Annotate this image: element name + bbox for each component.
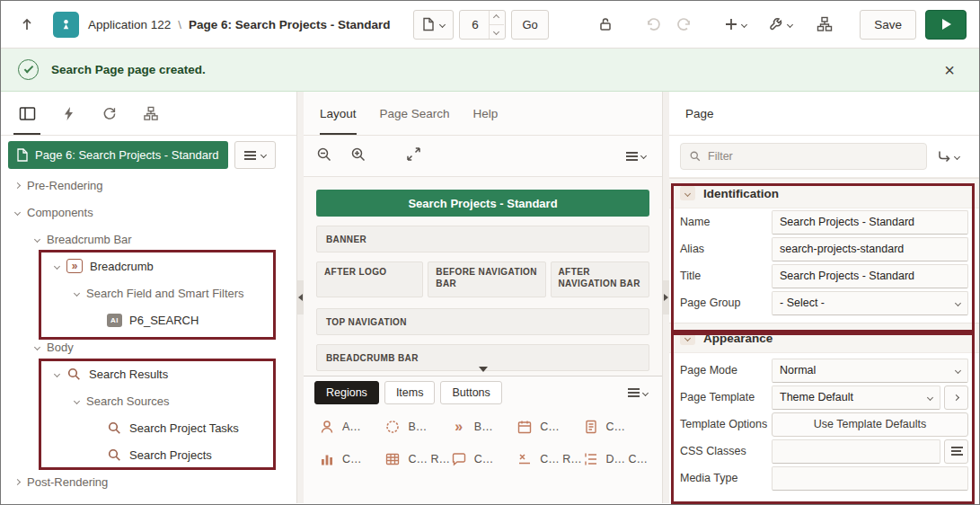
css-classes-input[interactable] — [772, 439, 940, 464]
quick-pick-button[interactable] — [944, 385, 968, 410]
property-row-media-type: Media Type — [669, 465, 979, 492]
tab-dynamic-actions[interactable] — [48, 92, 89, 135]
tree-item-breadcrumb[interactable]: » Breadcrumb — [1, 252, 296, 279]
page-icon — [422, 17, 435, 31]
zoom-in-icon[interactable] — [350, 146, 366, 166]
section-identification[interactable]: Identification — [669, 178, 979, 208]
canvas-region-after-logo[interactable]: AFTER LOGO — [316, 261, 423, 297]
gallery-tab-buttons[interactable]: Buttons — [440, 381, 501, 404]
canvas-page-title[interactable]: Search Projects - Standard — [316, 190, 649, 217]
stepper-down-icon[interactable] — [490, 25, 504, 39]
tab-page-shared-components[interactable] — [130, 92, 172, 135]
tree-item-breadcrumb-bar[interactable]: Breadcrumb Bar — [1, 226, 296, 252]
tab-processing[interactable] — [89, 92, 130, 135]
page-picker-button[interactable] — [413, 10, 454, 40]
filter-field[interactable] — [680, 143, 927, 170]
tree-item-search-projects[interactable]: Search Projects — [1, 441, 296, 468]
use-template-defaults-button[interactable]: Use Template Defaults — [772, 412, 968, 437]
collapse-section-icon[interactable] — [680, 186, 695, 200]
application-icon[interactable] — [53, 12, 79, 38]
chevron-down-icon[interactable] — [74, 397, 80, 403]
canvas-region-after-navigation-bar[interactable]: AFTER NAVIGATION BAR — [551, 261, 650, 297]
expand-icon[interactable] — [406, 146, 421, 165]
collapse-left-icon[interactable] — [297, 280, 304, 315]
chevron-down-icon[interactable] — [14, 208, 21, 215]
layout-menu-button[interactable] — [622, 141, 649, 171]
right-splitter[interactable] — [663, 92, 669, 503]
tree-item-pre-rendering[interactable]: Pre-Rendering — [1, 172, 296, 199]
undo-icon[interactable] — [639, 10, 666, 40]
chevron-down-icon[interactable] — [74, 289, 80, 296]
utilities-menu-button[interactable] — [766, 10, 793, 40]
chevron-down-icon[interactable] — [54, 370, 60, 377]
close-icon[interactable]: × — [937, 58, 962, 83]
save-button[interactable]: Save — [860, 10, 916, 40]
page-number-stepper[interactable] — [489, 11, 504, 39]
tab-page-properties[interactable]: Page — [685, 107, 714, 120]
chevron-down-icon[interactable] — [34, 343, 40, 350]
page-template-select[interactable]: Theme Default — [772, 385, 940, 410]
chevron-down-icon[interactable] — [54, 262, 60, 269]
tree-item-search-results[interactable]: Search Results — [1, 360, 296, 387]
section-appearance[interactable]: Appearance — [669, 323, 979, 353]
gallery-item-calendar[interactable]: C… — [516, 418, 581, 436]
zoom-out-icon[interactable] — [316, 146, 332, 166]
page-group-select[interactable]: - Select - — [772, 291, 968, 315]
edit-list-button[interactable] — [944, 439, 968, 464]
canvas-region-banner[interactable]: BANNER — [316, 226, 649, 252]
gallery-item-avatar[interactable]: A… — [318, 418, 384, 436]
alias-input[interactable] — [772, 237, 968, 261]
breadcrumb-application[interactable]: Application 122 — [88, 18, 171, 31]
lock-icon[interactable] — [592, 10, 619, 40]
gallery-item-column-toggle-report[interactable]: C… R… — [516, 450, 581, 468]
page-number-input[interactable] — [462, 11, 489, 39]
tab-page-search[interactable]: Page Search — [380, 92, 450, 135]
page-node-menu-button[interactable] — [234, 141, 276, 169]
tab-rendering[interactable] — [6, 92, 48, 135]
tree-item-post-rendering[interactable]: Post-Rendering — [1, 468, 296, 495]
tree-selected-page-node[interactable]: Page 6: Search Projects - Standard — [8, 141, 228, 169]
collapse-section-icon[interactable] — [680, 331, 695, 345]
gallery-tab-regions[interactable]: Regions — [314, 381, 379, 404]
go-to-group-button[interactable] — [927, 149, 968, 164]
gallery-item-breadcrumb[interactable]: » B… — [450, 418, 516, 436]
gallery-item-chart[interactable]: C… — [318, 450, 384, 468]
stepper-up-icon[interactable] — [490, 11, 504, 25]
tab-layout[interactable]: Layout — [320, 92, 357, 135]
tree-item-p6-search[interactable]: AI P6_SEARCH — [1, 306, 296, 333]
page-mode-select[interactable]: Normal — [772, 359, 968, 383]
gallery-item-classic-report[interactable]: C… R… — [384, 450, 449, 468]
run-button[interactable] — [925, 10, 967, 40]
gallery-menu-button[interactable] — [624, 378, 651, 408]
chevron-down-icon[interactable] — [34, 235, 40, 242]
success-message: Search Page page created. — [51, 63, 206, 76]
left-splitter[interactable] — [297, 92, 304, 503]
gallery-item-cards[interactable]: C… — [582, 418, 648, 436]
gallery-item-dynamic-content[interactable]: D… C… — [582, 450, 648, 468]
canvas-region-top-navigation[interactable]: TOP NAVIGATION — [316, 308, 649, 335]
gallery-tab-items[interactable]: Items — [384, 381, 436, 404]
chevron-right-icon[interactable] — [14, 182, 21, 188]
collapse-right-icon[interactable] — [663, 280, 669, 315]
create-menu-button[interactable] — [721, 10, 748, 40]
tree-item-search-project-tasks[interactable]: Search Project Tasks — [1, 414, 296, 441]
canvas-region-before-navigation-bar[interactable]: BEFORE NAVIGATION BAR — [428, 261, 545, 297]
filter-input[interactable] — [708, 150, 918, 163]
back-arrow-icon[interactable] — [13, 10, 40, 40]
canvas-splitter-arrow-icon[interactable] — [479, 367, 488, 372]
tree-item-body[interactable]: Body — [1, 333, 296, 360]
redo-icon[interactable] — [671, 10, 698, 40]
avatar-icon — [318, 418, 336, 436]
gallery-item-badge[interactable]: B… — [384, 418, 449, 436]
media-type-input[interactable] — [772, 466, 968, 491]
name-input[interactable] — [772, 210, 968, 235]
tab-help[interactable]: Help — [473, 92, 499, 135]
go-button[interactable]: Go — [511, 10, 548, 40]
shared-components-icon[interactable] — [811, 10, 838, 40]
tree-item-search-field-smart-filters[interactable]: Search Field and Smart Filters — [1, 279, 296, 306]
chevron-right-icon[interactable] — [14, 478, 21, 484]
tree-item-search-sources[interactable]: Search Sources — [1, 387, 296, 414]
tree-item-components[interactable]: Components — [1, 199, 296, 226]
title-input[interactable] — [772, 264, 968, 288]
gallery-item-comments[interactable]: C… — [450, 450, 516, 468]
